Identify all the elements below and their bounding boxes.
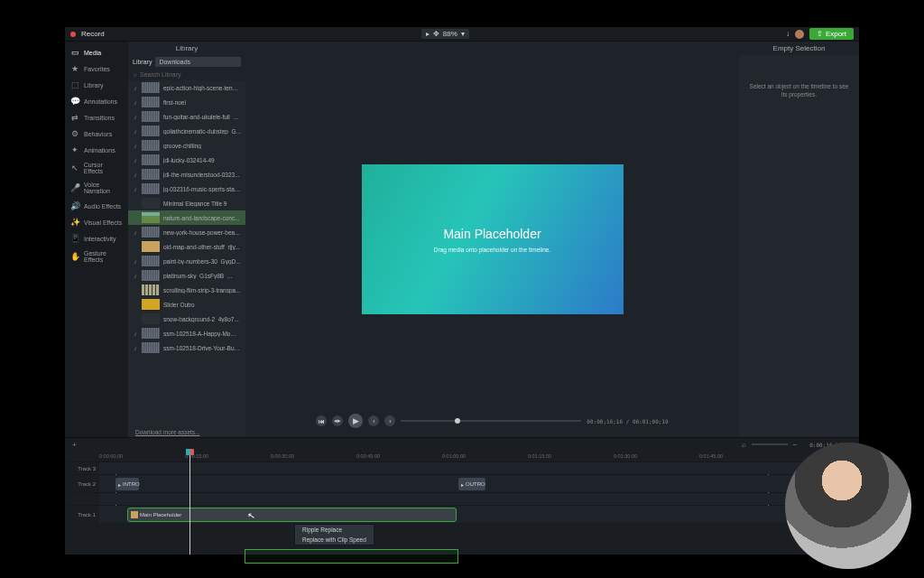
- track-2: Track 2 ▸ INTRO ▸ OUTRO: [69, 474, 855, 492]
- nav-transitions[interactable]: ⇄Transitions: [65, 110, 128, 125]
- interactivity-icon: 📱: [70, 234, 79, 243]
- library-filter-dropdown[interactable]: Downloads: [155, 57, 241, 67]
- track-lane[interactable]: Main Placeholder: [99, 506, 855, 523]
- library-item[interactable]: ♪ssm-102518-Drive-Your-Busi...: [128, 340, 245, 355]
- hand-tool-icon[interactable]: ✥: [433, 30, 439, 38]
- media-thumb: [142, 111, 160, 122]
- nav-audio-effects[interactable]: 🔊Audio Effects: [65, 199, 128, 213]
- clip-intro[interactable]: ▸ INTRO: [116, 478, 139, 490]
- drop-target[interactable]: [245, 549, 458, 564]
- nav-label: Favorites: [84, 66, 110, 72]
- timeline-body[interactable]: 0:00:00;000:00:15;000:00:30;000:00:45;00…: [69, 451, 855, 555]
- annotations-icon: 💬: [70, 97, 79, 106]
- library-item[interactable]: ♪jdi-lucky-032414-49: [128, 153, 245, 167]
- zoom-level[interactable]: 88%: [443, 30, 457, 38]
- prev-frame-button[interactable]: ⏮: [316, 415, 327, 426]
- nav-label: Media: [84, 50, 101, 56]
- library-item[interactable]: ♪fun-guitar-and-ukulele-full_...: [128, 109, 245, 124]
- timeline-zoom-slider[interactable]: [752, 443, 788, 445]
- zoom-in-icon[interactable]: −: [793, 441, 798, 449]
- library-item[interactable]: ♪new-york-house-power-beat...: [128, 225, 245, 239]
- library-item[interactable]: ♪goliathcinematic-dubstep_G...: [128, 124, 245, 138]
- library-item[interactable]: ♪groove-chilling: [128, 138, 245, 153]
- media-label: snow-background-2_4y8o7...: [163, 316, 241, 322]
- play-button[interactable]: ▶: [348, 414, 363, 428]
- track-lane[interactable]: [99, 462, 855, 474]
- favorites-icon: ★: [70, 64, 79, 73]
- library-item[interactable]: Slider Outro: [128, 297, 245, 312]
- media-thumb: [142, 241, 160, 252]
- nav-library[interactable]: ⬚Library: [65, 78, 128, 92]
- library-item[interactable]: nature-and-landscape-conc...: [128, 210, 245, 225]
- library-list[interactable]: ♪epic-action-high-scene-tensi...♪first-n…: [128, 80, 245, 427]
- nav-media[interactable]: ▭Media: [65, 45, 128, 60]
- canvas-preview[interactable]: Main Placeholder Drag media onto placeho…: [362, 164, 624, 314]
- menu-replace-clip-speed[interactable]: Replace with Clip Speed: [295, 535, 374, 545]
- library-item[interactable]: ♪first-noel: [128, 95, 245, 109]
- media-type-icon: ♪: [133, 229, 138, 236]
- download-icon[interactable]: ↓: [786, 30, 790, 38]
- media-type-icon: ♪: [133, 331, 138, 337]
- timeline: + ⌕ − 0:00:16;16 + 0:00:00;000:00:15;000…: [65, 437, 859, 555]
- media-type-icon: ♪: [133, 273, 138, 279]
- nav-label: Annotations: [84, 98, 117, 105]
- library-item[interactable]: ♪jdi-the-misunderstood-0323...: [128, 167, 245, 182]
- zoom-dropdown-icon[interactable]: ▾: [461, 30, 465, 38]
- next-frame-button[interactable]: ›: [384, 415, 395, 426]
- library-item[interactable]: snow-background-2_4y8o7...: [128, 312, 245, 326]
- library-item[interactable]: old-map-and-other-stuff_rjjy...: [128, 239, 245, 254]
- library-item[interactable]: ♪ssm-102518-A-Happy-Moment: [128, 326, 245, 340]
- cursor-icon: ↖: [246, 509, 255, 520]
- media-label: new-york-house-power-beat...: [163, 229, 241, 236]
- media-label: Slider Outro: [163, 302, 241, 308]
- media-thumb: [142, 227, 160, 238]
- media-thumb: [142, 169, 160, 180]
- library-title: Library: [128, 42, 245, 55]
- nav-interactivity[interactable]: 📱Interactivity: [65, 231, 128, 246]
- download-assets-link[interactable]: Download more assets...: [128, 427, 245, 437]
- nav-animations[interactable]: ✦Animations: [65, 143, 128, 157]
- library-item[interactable]: scrolling-film-strip-3-transpa...: [128, 283, 245, 297]
- canvas-area: Main Placeholder Drag media onto placeho…: [245, 42, 739, 437]
- playhead[interactable]: [189, 451, 190, 555]
- media-label: jdi-the-misunderstood-0323...: [163, 172, 241, 178]
- zoom-out-icon[interactable]: ⌕: [742, 441, 746, 449]
- nav-annotations[interactable]: 💬Annotations: [65, 94, 128, 108]
- nav-cursor-effects[interactable]: ↖Cursor Effects: [65, 159, 128, 177]
- library-icon: ⬚: [70, 80, 79, 89]
- library-item[interactable]: ♪epic-action-high-scene-tensi...: [128, 80, 245, 95]
- timeline-ruler[interactable]: 0:00:00;000:00:15;000:00:30;000:00:45;00…: [99, 451, 855, 461]
- track-lane[interactable]: ▸ INTRO ▸ OUTRO: [99, 475, 855, 492]
- pointer-tool-icon[interactable]: ▸: [426, 30, 430, 38]
- track-lane[interactable]: [99, 493, 855, 505]
- menu-ripple-replace[interactable]: Ripple Replace: [295, 525, 374, 535]
- library-item[interactable]: Minimal Elegance Title 9: [128, 196, 245, 210]
- media-thumb: [142, 328, 160, 339]
- avatar[interactable]: [795, 30, 804, 39]
- nav-behaviors[interactable]: ⚙Behaviors: [65, 126, 128, 141]
- nav-gesture-effects[interactable]: ✋Gesture Effects: [65, 247, 128, 266]
- search-icon: ⌕: [134, 71, 137, 78]
- clip-outro[interactable]: ▸ OUTRO: [458, 478, 485, 490]
- library-item[interactable]: ♪jg-032316-music-sperts-stad...: [128, 182, 245, 196]
- ruler-tick: 0:00:30;00: [271, 453, 294, 459]
- scrubber[interactable]: [401, 420, 581, 422]
- properties-body: Select an object on the timeline to see …: [739, 55, 859, 437]
- nav-favorites[interactable]: ★Favorites: [65, 61, 128, 76]
- library-search[interactable]: ⌕ Search Library: [128, 69, 245, 80]
- add-track-button[interactable]: +: [72, 441, 77, 449]
- media-label: epic-action-high-scene-tensi...: [163, 85, 241, 91]
- library-item[interactable]: ♪platinum-sky_G1sFy8B_...: [128, 268, 245, 283]
- nav-visual-effects[interactable]: ✨Visual Effects: [65, 215, 128, 229]
- nav-voice-narration[interactable]: 🎤Voice Narration: [65, 179, 128, 197]
- record-button[interactable]: Record: [81, 30, 105, 38]
- clip-main-placeholder[interactable]: Main Placeholder: [128, 508, 456, 521]
- step-back-button[interactable]: ◂▸: [332, 415, 343, 426]
- export-button[interactable]: ⇧ Export: [809, 28, 854, 40]
- media-thumb: [142, 140, 160, 151]
- library-item[interactable]: ♪paint-by-numbers-30_GyqD...: [128, 254, 245, 268]
- media-type-icon: ♪: [133, 99, 138, 106]
- step-fwd-button[interactable]: ‹: [368, 415, 379, 426]
- media-thumb: [142, 154, 160, 165]
- webcam-overlay: [785, 443, 911, 569]
